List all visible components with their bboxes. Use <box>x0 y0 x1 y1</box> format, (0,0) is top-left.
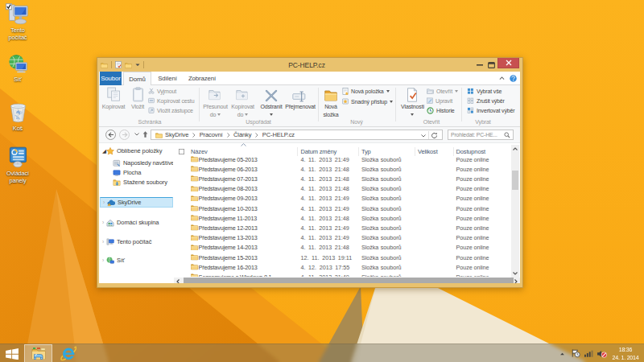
help-icon[interactable] <box>510 75 517 82</box>
expander-icon[interactable]: › <box>100 220 106 225</box>
tab-file[interactable]: Soubor <box>100 72 122 85</box>
cell-name: Představujeme 16-2013 <box>199 262 297 272</box>
sidebar-item-downloads[interactable]: Stažené soubory <box>100 178 173 187</box>
desktop-icon-this-pc[interactable]: Tento počítač <box>0 3 35 42</box>
address-divider <box>428 131 429 139</box>
edit-button[interactable]: Upravit <box>427 97 458 105</box>
select-none-button[interactable]: Zrušit výběr <box>467 97 514 105</box>
rename-button[interactable]: Přejmenovat <box>285 86 316 111</box>
file-row[interactable]: Představujeme 12-2013 4. 11. 2013 21:49 … <box>174 223 520 232</box>
expander-icon[interactable]: › <box>100 257 106 263</box>
taskbar-ie-button[interactable] <box>56 344 80 362</box>
horizontal-scroll-thumb[interactable] <box>184 278 514 283</box>
sidebar-item-network[interactable]: › Síť <box>100 256 173 265</box>
new-item-button[interactable]: Nová položka <box>342 87 393 95</box>
close-button[interactable] <box>497 58 519 68</box>
desktop-icon-recycle-bin[interactable]: Koš <box>0 101 35 132</box>
desktop-icon-network[interactable]: Síť <box>0 53 35 83</box>
up-button[interactable] <box>142 130 148 138</box>
cell-name: Představujeme 05-2013 <box>199 154 297 164</box>
sidebar-item-skydrive[interactable]: › SkyDrive <box>100 197 173 208</box>
address-dropdown-icon[interactable] <box>421 134 426 138</box>
open-button[interactable]: Otevřít <box>427 87 458 95</box>
expander-icon[interactable]: › <box>101 200 107 205</box>
scroll-up-icon[interactable] <box>513 147 518 150</box>
horizontal-scrollbar[interactable] <box>174 278 520 283</box>
ribbon-collapse-icon[interactable] <box>499 76 505 80</box>
title-bar[interactable]: PC-HELP.cz <box>97 58 522 72</box>
taskbar-explorer-button[interactable] <box>24 344 52 362</box>
paste-shortcut-icon <box>148 107 155 113</box>
file-row[interactable]: Seznamujeme s Windows 8.1 4. 11. 2013 21… <box>174 272 520 276</box>
system-tray: 18:36 24. 1. 2014 <box>559 344 644 362</box>
skydrive-icon <box>107 199 115 207</box>
file-row[interactable]: Představujeme 09-2013 4. 11. 2013 21:49 … <box>174 194 520 204</box>
sidebar-item-this-pc[interactable]: › Tento počítač <box>100 237 173 246</box>
file-row[interactable]: Představujeme 08-2013 4. 11. 2013 21:48 … <box>174 184 520 194</box>
action-center-flag-icon[interactable] <box>572 349 580 358</box>
sidebar-item-desktop[interactable]: Plocha <box>100 168 173 177</box>
copy-path-button[interactable]: Kopírovat cestu <box>148 97 194 105</box>
address-bar[interactable]: SkyDrive Pracovní Články <box>151 130 443 140</box>
cell-date: 12. 11. 2013 19:11 <box>301 253 353 262</box>
tray-expand-icon[interactable] <box>559 352 565 356</box>
expander-icon[interactable]: › <box>100 239 106 245</box>
breadcrumb-item[interactable]: SkyDrive <box>165 131 188 138</box>
sidebar-item-favorites[interactable]: ◢ Oblíbené položky <box>100 146 173 155</box>
file-row[interactable]: Představujeme 06-2013 4. 11. 2013 21:48 … <box>174 164 520 174</box>
breadcrumb-item[interactable]: Články <box>223 131 252 138</box>
file-row[interactable]: Představujeme 13-2013 4. 11. 2013 21:49 … <box>174 233 520 243</box>
minimize-button[interactable] <box>473 60 485 70</box>
paste-shortcut-button[interactable]: Vložit zástupce <box>148 106 194 114</box>
scroll-down-icon[interactable] <box>513 272 518 275</box>
file-row[interactable]: Představujeme 10-2013 4. 11. 2013 21:49 … <box>174 204 520 213</box>
edit-icon <box>427 97 433 104</box>
copy-button[interactable]: Kopírovat <box>101 86 126 111</box>
file-row[interactable]: Představujeme 14-2013 4. 11. 2013 21:48 … <box>174 243 520 253</box>
search-input[interactable]: Prohledat: PC-HE... <box>448 130 514 140</box>
new-folder-button[interactable]: Nová složka <box>321 86 341 119</box>
file-row[interactable]: Představujeme 11-2013 4. 11. 2013 21:48 … <box>174 213 520 223</box>
vertical-scrollbar[interactable] <box>511 145 519 278</box>
delete-button[interactable]: Odstranit <box>259 86 283 119</box>
maximize-icon <box>488 62 495 68</box>
properties-button[interactable]: Vlastnosti <box>401 86 423 119</box>
file-row[interactable]: Představujeme 15-2013 12. 11. 2013 19:11… <box>174 253 520 262</box>
forward-button[interactable] <box>119 130 130 140</box>
start-button[interactable] <box>2 344 23 362</box>
invert-selection-button[interactable]: Invertovat výběr <box>467 106 514 114</box>
vertical-scroll-thumb[interactable] <box>512 171 518 190</box>
sidebar-item-recent[interactable]: Naposledy navštívené <box>100 158 173 167</box>
volume-muted-icon[interactable] <box>597 350 607 358</box>
move-to-button[interactable]: Přesunout do <box>201 86 229 119</box>
folder-icon <box>191 264 198 270</box>
back-button[interactable] <box>105 130 116 140</box>
easy-access-button[interactable]: Snadný přístup <box>342 97 393 105</box>
tab-view[interactable]: Zobrazení <box>184 72 221 85</box>
desktop-icon-control-panel[interactable]: Ovládací panely <box>0 146 35 185</box>
expander-expanded-icon[interactable]: ◢ <box>100 148 106 154</box>
tab-home[interactable]: Domů <box>123 72 151 86</box>
select-all-button[interactable]: Vybrat vše <box>467 87 514 95</box>
sidebar-item-homegroup[interactable]: › Domácí skupina <box>100 218 173 227</box>
tab-share[interactable]: Sdílení <box>153 72 182 85</box>
maximize-button[interactable] <box>485 60 497 70</box>
scroll-right-icon[interactable] <box>514 279 518 284</box>
file-row[interactable]: Představujeme 05-2013 4. 11. 2013 21:49 … <box>174 154 520 164</box>
network-signal-icon[interactable] <box>584 350 593 357</box>
breadcrumb-item[interactable]: Pracovní <box>188 131 222 138</box>
file-row[interactable]: Představujeme 07-2013 4. 11. 2013 21:48 … <box>174 174 520 183</box>
file-row[interactable]: Představujeme 16-2013 4. 12. 2013 17:55 … <box>174 262 520 272</box>
scroll-left-icon[interactable] <box>176 279 180 284</box>
dropdown-icon <box>386 90 390 93</box>
refresh-icon[interactable] <box>431 132 438 139</box>
copy-to-button[interactable]: Kopírovat do <box>229 86 257 119</box>
desktop-icon-label: Ovládací panely <box>0 170 35 185</box>
history-button[interactable]: Historie <box>427 106 458 114</box>
breadcrumb-item[interactable]: PC-HELP.cz <box>251 131 295 138</box>
paste-button[interactable]: Vložit <box>129 86 147 111</box>
taskbar-clock[interactable]: 18:36 24. 1. 2014 <box>610 346 641 361</box>
cut-button[interactable]: Vyjmout <box>148 87 194 95</box>
recent-locations-dropdown-icon[interactable] <box>134 133 139 136</box>
address-folder-icon <box>155 132 163 138</box>
